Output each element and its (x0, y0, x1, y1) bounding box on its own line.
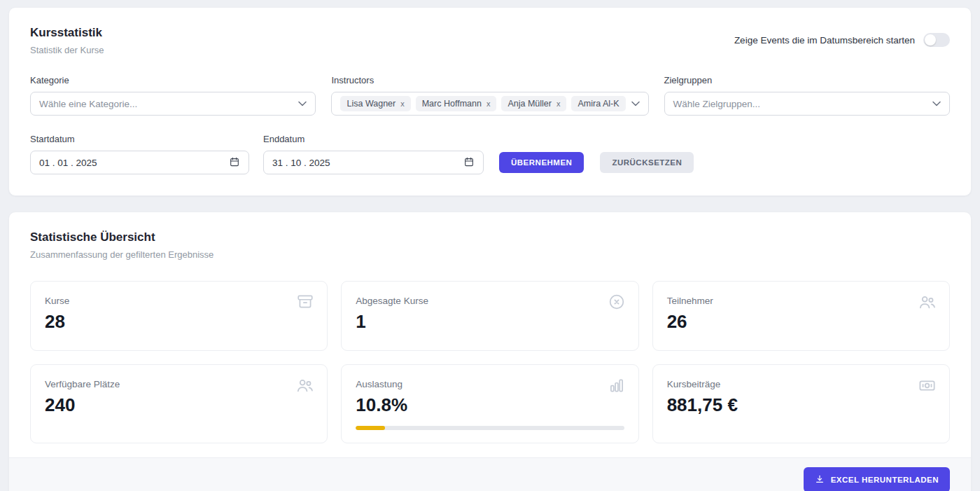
stat-value: 28 (45, 311, 313, 333)
excel-download-button[interactable]: EXCEL HERUNTERLADEN (804, 467, 950, 491)
chevron-down-icon (932, 101, 941, 106)
bar-chart-icon (608, 376, 626, 397)
events-toggle-row: Zeige Events die im Datumsbereich starte… (734, 33, 950, 47)
instructor-chip: Lisa Wagner x (340, 96, 410, 111)
enddatum-value: 31 . 10 . 2025 (272, 158, 330, 168)
cash-icon (918, 376, 937, 398)
stats-grid: Kurse 28 Abgesagte Kurse 1 Teilnehmer 26 (30, 281, 950, 443)
enddatum-label: Enddatum (263, 134, 484, 144)
filter-grid: Kategorie Wähle eine Kategorie... Instru… (30, 75, 950, 116)
instructor-chip: Marc Hoffmann x (416, 96, 497, 111)
stat-kursbeitraege: Kursbeiträge 881,75 € (652, 364, 950, 443)
download-icon (815, 474, 825, 485)
stats-subtitle: Zusammenfassung der gefilterten Ergebnis… (30, 249, 950, 260)
auslastung-progress-track (356, 426, 624, 430)
startdatum-label: Startdatum (30, 134, 249, 144)
startdatum-input[interactable]: 01 . 01 . 2025 (30, 151, 249, 174)
zielgruppen-select[interactable]: Wähle Zielgruppen... (664, 92, 951, 116)
stat-verfuegbare-plaetze: Verfügbare Plätze 240 (30, 364, 328, 443)
stat-kurse: Kurse 28 (30, 281, 328, 351)
stat-value: 10.8% (356, 394, 624, 416)
stat-label: Abgesagte Kurse (356, 296, 624, 306)
filter-card-titles: Kursstatistik Statistik der Kurse (30, 26, 104, 55)
chip-remove-icon[interactable]: x (400, 100, 405, 108)
instructors-select[interactable]: Lisa Wagner x Marc Hoffmann x Anja Mülle… (331, 92, 648, 116)
stat-teilnehmer: Teilnehmer 26 (652, 281, 950, 351)
instructors-field: Instructors Lisa Wagner x Marc Hoffmann … (331, 75, 648, 116)
stat-value: 881,75 € (667, 394, 935, 416)
chevron-down-icon (631, 101, 640, 106)
chip-remove-icon[interactable]: x (486, 100, 491, 108)
zielgruppen-placeholder: Wähle Zielgruppen... (673, 99, 761, 109)
page-subtitle: Statistik der Kurse (30, 45, 104, 55)
users-icon (295, 376, 314, 398)
kategorie-label: Kategorie (30, 75, 316, 85)
chip-label: Amira Al-K (578, 99, 619, 109)
instructor-chips: Lisa Wagner x Marc Hoffmann x Anja Mülle… (340, 96, 625, 111)
chip-label: Lisa Wagner (346, 99, 396, 109)
stat-label: Auslastung (356, 379, 624, 389)
users-icon (918, 293, 937, 314)
events-toggle-label: Zeige Events die im Datumsbereich starte… (734, 35, 915, 46)
chip-label: Anja Müller (507, 99, 552, 109)
download-button-label: EXCEL HERUNTERLADEN (831, 476, 939, 484)
zielgruppen-field: Zielgruppen Wähle Zielgruppen... (664, 75, 951, 116)
filter-row-dates: Startdatum 01 . 01 . 2025 Enddatum 31 . … (30, 134, 950, 174)
filter-card-header: Kursstatistik Statistik der Kurse Zeige … (30, 26, 950, 55)
archive-icon (296, 293, 314, 314)
page-title: Kursstatistik (30, 26, 104, 40)
stat-value: 26 (667, 311, 935, 333)
stats-body: Statistische Übersicht Zusammenfassung d… (9, 212, 971, 457)
stat-auslastung: Auslastung 10.8% (341, 364, 638, 443)
stats-card: Statistische Übersicht Zusammenfassung d… (8, 212, 972, 491)
stats-footer: EXCEL HERUNTERLADEN (9, 457, 971, 491)
filter-card: Kursstatistik Statistik der Kurse Zeige … (8, 7, 972, 196)
instructors-label: Instructors (331, 75, 648, 85)
stat-abgesagte-kurse: Abgesagte Kurse 1 (341, 281, 638, 351)
zielgruppen-label: Zielgruppen (664, 75, 951, 85)
stat-value: 240 (45, 394, 313, 416)
kategorie-field: Kategorie Wähle eine Kategorie... (30, 75, 316, 116)
apply-button[interactable]: ÜBERNEHMEN (499, 152, 584, 173)
stat-label: Kursbeiträge (667, 379, 935, 389)
enddatum-input[interactable]: 31 . 10 . 2025 (263, 151, 484, 174)
filter-actions: ÜBERNEHMEN ZURÜCKSETZEN (499, 151, 694, 174)
stat-label: Teilnehmer (667, 296, 935, 306)
calendar-icon[interactable] (229, 156, 240, 170)
x-circle-icon (608, 293, 626, 314)
enddatum-field: Enddatum 31 . 10 . 2025 (263, 134, 484, 174)
events-toggle[interactable] (923, 33, 950, 47)
chip-label: Marc Hoffmann (422, 99, 482, 109)
page: Kursstatistik Statistik der Kurse Zeige … (0, 0, 980, 491)
instructor-chip: Anja Müller x (501, 96, 566, 111)
stat-label: Kurse (45, 296, 313, 306)
instructor-chip: Amira Al-K (571, 96, 625, 111)
kategorie-placeholder: Wähle eine Kategorie... (39, 99, 137, 109)
stat-label: Verfügbare Plätze (45, 379, 313, 389)
chevron-down-icon (298, 101, 307, 106)
calendar-icon[interactable] (463, 156, 475, 170)
stats-title: Statistische Übersicht (30, 230, 950, 244)
startdatum-field: Startdatum 01 . 01 . 2025 (30, 134, 249, 174)
startdatum-value: 01 . 01 . 2025 (39, 158, 97, 168)
auslastung-progress-fill (356, 426, 384, 430)
toggle-knob (925, 34, 936, 46)
stat-value: 1 (356, 311, 624, 333)
kategorie-select[interactable]: Wähle eine Kategorie... (30, 92, 316, 116)
chip-remove-icon[interactable]: x (556, 100, 561, 108)
reset-button[interactable]: ZURÜCKSETZEN (600, 152, 694, 173)
